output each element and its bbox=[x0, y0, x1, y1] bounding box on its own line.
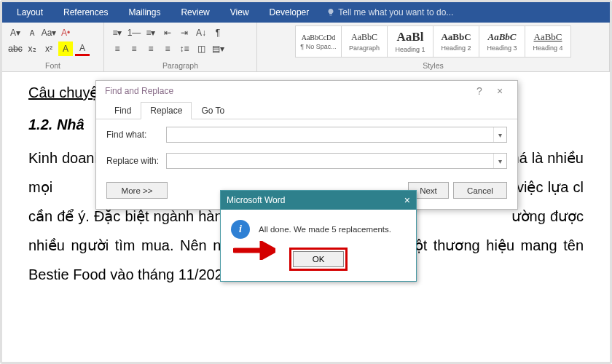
tell-me-label: Tell me what you want to do... bbox=[338, 7, 453, 17]
line-spacing-icon[interactable]: ↕≡ bbox=[177, 41, 192, 56]
style-heading2[interactable]: AaBbCHeading 2 bbox=[433, 25, 479, 58]
multilevel-icon[interactable]: ≡▾ bbox=[144, 25, 158, 40]
msgbox-title: Microsoft Word bbox=[227, 195, 285, 205]
strikethrough-icon[interactable]: abc bbox=[8, 41, 23, 56]
borders-icon[interactable]: ▤▾ bbox=[211, 41, 225, 56]
tab-find[interactable]: Find bbox=[105, 102, 141, 119]
annotation-arrow bbox=[233, 241, 275, 263]
dialog-title: Find and Replace bbox=[105, 86, 173, 96]
style-gallery[interactable]: AaBbCcDd¶ No Spac... AaBbCParagraph AaBl… bbox=[295, 25, 571, 58]
tell-me[interactable]: Tell me what you want to do... bbox=[326, 7, 453, 17]
replace-with-label: Replace with: bbox=[106, 156, 166, 166]
style-paragraph[interactable]: AaBbCParagraph bbox=[341, 25, 388, 58]
align-left-icon[interactable]: ≡ bbox=[110, 41, 125, 56]
tab-layout[interactable]: Layout bbox=[7, 2, 53, 23]
info-icon: i bbox=[231, 220, 250, 239]
tab-goto[interactable]: Go To bbox=[192, 102, 234, 119]
clear-formatting-icon[interactable]: A• bbox=[58, 25, 73, 40]
tab-replace[interactable]: Replace bbox=[141, 102, 192, 119]
shading-icon[interactable]: ◫ bbox=[194, 41, 208, 56]
increase-indent-icon[interactable]: ⇥ bbox=[177, 25, 192, 40]
group-label-font: Font bbox=[8, 61, 98, 70]
close-icon[interactable]: × bbox=[404, 194, 410, 206]
superscript-icon[interactable]: x² bbox=[42, 41, 56, 56]
show-marks-icon[interactable]: ¶ bbox=[211, 25, 225, 40]
tab-review[interactable]: Review bbox=[170, 2, 219, 23]
chevron-down-icon[interactable]: ▾ bbox=[493, 154, 506, 168]
msgbox-text: All done. We made 5 replacements. bbox=[259, 225, 391, 234]
message-box: Microsoft Word × i All done. We made 5 r… bbox=[220, 190, 417, 282]
replace-with-input[interactable] bbox=[167, 154, 493, 168]
group-label-paragraph: Paragraph bbox=[110, 61, 251, 70]
style-heading3[interactable]: AaBbCHeading 3 bbox=[479, 25, 525, 58]
numbering-icon[interactable]: 1― bbox=[127, 25, 141, 40]
help-icon[interactable]: ? bbox=[469, 85, 490, 97]
ribbon: Layout References Mailings Review View D… bbox=[2, 2, 610, 23]
ok-button[interactable]: OK bbox=[293, 251, 344, 267]
change-case-icon[interactable]: Aa▾ bbox=[42, 25, 56, 40]
subscript-icon[interactable]: x₂ bbox=[25, 41, 39, 56]
ribbon-toolbar: A▾ A Aa▾ A• abc x₂ x² A A Font ≡▾ 1― ≡▾ … bbox=[2, 23, 610, 72]
group-label-styles: Styles bbox=[263, 61, 603, 70]
align-center-icon[interactable]: ≡ bbox=[127, 41, 141, 56]
justify-icon[interactable]: ≡ bbox=[160, 41, 175, 56]
close-icon[interactable]: × bbox=[490, 85, 510, 97]
highlight-icon[interactable]: A bbox=[58, 41, 73, 56]
decrease-font-icon[interactable]: A▾ bbox=[8, 25, 23, 40]
replace-with-combo[interactable]: ▾ bbox=[166, 153, 507, 169]
chevron-down-icon[interactable]: ▾ bbox=[493, 127, 506, 142]
increase-font-icon[interactable]: A bbox=[25, 25, 39, 40]
style-no-space[interactable]: AaBbCcDd¶ No Spac... bbox=[295, 25, 342, 58]
find-what-label: Find what: bbox=[106, 130, 166, 140]
align-right-icon[interactable]: ≡ bbox=[144, 41, 158, 56]
bullets-icon[interactable]: ≡▾ bbox=[110, 25, 125, 40]
tab-references[interactable]: References bbox=[53, 2, 118, 23]
cancel-button[interactable]: Cancel bbox=[453, 182, 507, 199]
find-what-combo[interactable]: ▾ bbox=[166, 127, 507, 143]
more-button[interactable]: More >> bbox=[106, 182, 168, 199]
font-color-icon[interactable]: A bbox=[75, 41, 90, 56]
style-heading4[interactable]: AaBbCHeading 4 bbox=[525, 25, 571, 58]
highlight-box: OK bbox=[289, 248, 348, 271]
tab-view[interactable]: View bbox=[220, 2, 259, 23]
sort-icon[interactable]: A↓ bbox=[194, 25, 208, 40]
find-what-input[interactable] bbox=[167, 127, 493, 142]
lightbulb-icon bbox=[326, 8, 335, 17]
tab-developer[interactable]: Developer bbox=[259, 2, 320, 23]
style-heading1[interactable]: AaBlHeading 1 bbox=[387, 25, 434, 58]
tab-mailings[interactable]: Mailings bbox=[118, 2, 170, 23]
decrease-indent-icon[interactable]: ⇤ bbox=[160, 25, 175, 40]
